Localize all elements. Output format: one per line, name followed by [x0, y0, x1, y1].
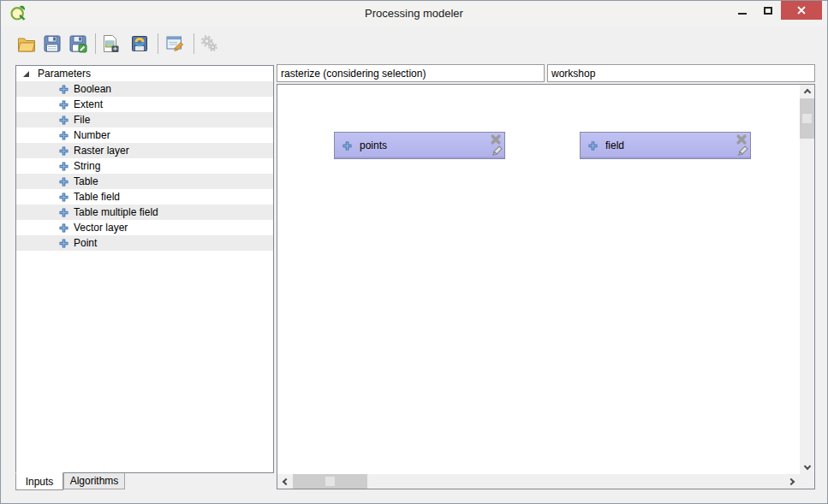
save-model-as-button[interactable] — [66, 32, 90, 56]
sidebar-item-vector-layer[interactable]: Vector layer — [16, 220, 273, 235]
export-python-button[interactable] — [128, 32, 152, 56]
sidebar-item-table[interactable]: Table — [16, 174, 273, 189]
collapse-expander-icon[interactable] — [23, 71, 29, 77]
edit-help-icon — [164, 33, 185, 54]
scrollbar-grip — [802, 114, 812, 123]
maximize-icon — [764, 7, 772, 15]
scrollbar-grip — [325, 477, 335, 486]
model-canvas[interactable]: points field — [277, 84, 815, 489]
open-model-button[interactable] — [15, 32, 39, 56]
run-gears-icon — [199, 33, 219, 54]
model-group-input[interactable] — [547, 64, 815, 82]
sidebar-item-number[interactable]: Number — [16, 127, 273, 143]
edit-node-pencil-icon[interactable] — [491, 145, 503, 157]
title-bar: Processing modeler — [1, 1, 827, 27]
add-parameter-plus-icon — [58, 130, 69, 141]
edit-node-pencil-icon[interactable] — [736, 145, 748, 157]
export-image-icon — [100, 33, 121, 54]
model-name-input[interactable] — [277, 64, 545, 82]
horizontal-scrollbar-thumb[interactable] — [293, 474, 367, 489]
add-parameter-plus-icon — [58, 145, 69, 157]
toolbar-separator — [95, 33, 96, 54]
add-parameter-plus-icon — [58, 99, 69, 110]
edit-help-button[interactable] — [163, 32, 187, 56]
tree-root-parameters[interactable]: Parameters — [16, 66, 273, 81]
window-title: Processing modeler — [1, 7, 827, 20]
canvas-vertical-scrollbar[interactable] — [800, 85, 814, 474]
minimize-button[interactable] — [730, 1, 755, 20]
tab-inputs[interactable]: Inputs — [15, 472, 63, 490]
scroll-left-arrow-icon[interactable] — [277, 475, 292, 489]
parameter-node-field[interactable]: field — [580, 132, 751, 159]
canvas-horizontal-scrollbar[interactable] — [277, 474, 800, 489]
export-python-icon — [129, 33, 150, 54]
scroll-up-arrow-icon[interactable] — [800, 85, 814, 98]
add-parameter-plus-icon — [58, 222, 69, 234]
add-parameter-plus-icon — [58, 161, 69, 172]
parameter-plus-icon — [587, 140, 599, 151]
vertical-scrollbar-thumb[interactable] — [800, 98, 814, 139]
close-button[interactable] — [781, 1, 822, 20]
run-model-button[interactable] — [197, 32, 221, 56]
delete-node-icon[interactable] — [490, 133, 502, 145]
scrollbar-corner — [800, 474, 814, 489]
toolbar-separator — [158, 33, 158, 54]
save-icon — [42, 33, 63, 54]
sidebar-item-extent[interactable]: Extent — [16, 97, 273, 112]
add-parameter-plus-icon — [58, 84, 69, 95]
sidebar-item-point[interactable]: Point — [16, 235, 273, 251]
folder-open-icon — [16, 33, 37, 54]
parameters-tree-panel: Parameters Boolean Extent File Number Ra… — [15, 65, 274, 473]
sidebar-item-boolean[interactable]: Boolean — [16, 81, 273, 97]
sidebar-item-table-field[interactable]: Table field — [16, 189, 273, 205]
node-label: points — [360, 139, 387, 151]
tab-algorithms[interactable]: Algorithms — [63, 473, 125, 489]
add-parameter-plus-icon — [58, 238, 69, 249]
add-parameter-plus-icon — [58, 176, 69, 187]
add-parameter-plus-icon — [58, 192, 69, 203]
node-label: field — [605, 139, 624, 151]
tree-root-label: Parameters — [38, 68, 91, 80]
processing-modeler-window: Processing modeler — [0, 0, 828, 504]
sidebar-item-raster-layer[interactable]: Raster layer — [16, 143, 273, 158]
export-image-button[interactable] — [98, 32, 122, 56]
save-as-icon — [68, 33, 88, 54]
toolbar-separator — [194, 33, 194, 54]
minimize-icon — [738, 13, 747, 15]
parameter-node-points[interactable]: points — [334, 132, 505, 159]
parameter-plus-icon — [342, 140, 353, 151]
close-icon — [796, 5, 807, 15]
sidebar-item-file[interactable]: File — [16, 112, 273, 127]
scroll-right-arrow-icon[interactable] — [785, 475, 800, 489]
maximize-button[interactable] — [755, 1, 781, 20]
save-model-button[interactable] — [40, 32, 64, 56]
delete-node-icon[interactable] — [736, 133, 748, 145]
sidebar-item-table-multiple-field[interactable]: Table multiple field — [16, 205, 273, 220]
add-parameter-plus-icon — [58, 115, 69, 126]
sidebar-item-string[interactable]: String — [16, 158, 273, 174]
toolbar — [1, 27, 827, 61]
scroll-down-arrow-icon[interactable] — [800, 461, 814, 474]
add-parameter-plus-icon — [58, 207, 69, 218]
